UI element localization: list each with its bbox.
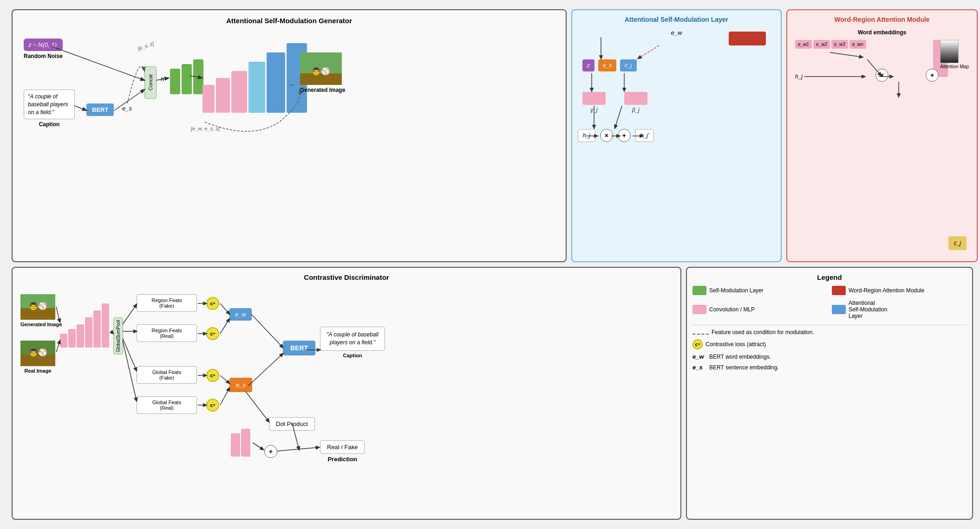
wra-title: Word-Region Attention Module xyxy=(793,16,971,23)
legend-dashed: Feature used as condition for modulation… xyxy=(693,329,967,335)
wra-multiply: × xyxy=(875,69,889,82)
ew-symbol: e_w xyxy=(693,353,706,360)
realfake-box: Real / Fake Prediction xyxy=(320,440,365,463)
legend-pink-box xyxy=(693,305,706,314)
legend-cp: c+ Contrastive loss (attract) xyxy=(693,339,967,349)
svg-line-30 xyxy=(220,303,229,314)
svg-line-32 xyxy=(220,375,229,383)
caption-input-box: "A couple of baseball players on a field… xyxy=(24,90,75,128)
concat-box: Concat xyxy=(144,66,157,99)
noise-box: z ~ N(0, 1) Random Noise xyxy=(24,39,63,59)
svg-line-0 xyxy=(52,46,144,80)
word-emb-title: Word embeddings xyxy=(858,29,906,36)
embedding-boxes: e_w1 e_w2 e_w3 e_wn xyxy=(795,40,866,49)
generated-image-label: Generated Image xyxy=(300,87,345,93)
asl-ew: e_w xyxy=(671,29,682,36)
disc-caption: "A couple of baseball players on a field… xyxy=(320,327,385,358)
asl-title: Attentional Self-Modulation Layer xyxy=(578,16,775,23)
dashed-line-icon xyxy=(693,334,709,335)
disc-gen-image: Generated Image xyxy=(20,294,62,327)
svg-line-6 xyxy=(638,45,659,58)
wra-cj: c_j xyxy=(948,236,967,250)
svg-line-34 xyxy=(251,314,283,348)
svg-line-39 xyxy=(253,443,263,450)
discriminator-panel: Contrastive Discriminator Generated Imag… xyxy=(12,267,681,520)
wra-panel: Word-Region Attention Module Word embedd… xyxy=(786,9,978,262)
disc-conv-bottom xyxy=(231,429,250,457)
cp-4: c+ xyxy=(206,399,219,412)
svg-line-22 xyxy=(123,304,137,324)
globalsum-box: GlobalSumPool xyxy=(113,317,123,355)
h-label: h xyxy=(161,76,164,83)
cp-3: c+ xyxy=(206,369,219,382)
bottom-row: Contrastive Discriminator Generated Imag… xyxy=(12,267,968,520)
generated-image-box: Generated Image xyxy=(300,52,345,93)
legend-blue-box xyxy=(832,305,846,314)
disc-es: e_s xyxy=(229,378,252,392)
cp-1: c+ xyxy=(206,297,219,310)
esz-label: [e_s; z] xyxy=(137,40,154,51)
asl-hj-row: h_j × + h_j' xyxy=(578,129,654,142)
arrow-to-img: → xyxy=(286,79,295,90)
svg-line-37 xyxy=(246,392,269,422)
asl-zescj-row: z e_s c_j xyxy=(582,59,637,71)
es-label-gen: e_s xyxy=(122,105,132,112)
disc-conv-blocks xyxy=(60,303,109,348)
legend-word-region: Word-Region Attention Module xyxy=(832,286,967,295)
svg-line-33 xyxy=(220,388,229,405)
wra-hj: h_j xyxy=(795,73,803,80)
disc-real-image: Real Image xyxy=(20,341,55,374)
multiply-op: × xyxy=(600,129,613,142)
global-feats-fake: Global Feats (Fake) xyxy=(137,366,197,384)
legend-ew: e_w BERT word embeddings. xyxy=(693,353,967,360)
region-feats-real: Region Feats (Real) xyxy=(137,324,197,342)
ewesz-label: [e_w; e_s; z] xyxy=(191,126,220,131)
dot-product-box: Dot Product xyxy=(269,417,315,431)
region-feats-fake: Region Feats (Fake) xyxy=(137,294,197,312)
main-container: Attentional Self-Modulation Generator z … xyxy=(12,9,968,520)
svg-line-24 xyxy=(123,338,137,371)
top-row: Attentional Self-Modulation Generator z … xyxy=(12,9,968,262)
asl-red-box xyxy=(729,32,766,45)
svg-line-1 xyxy=(75,106,86,110)
legend-att-self-mod: Attentional Self-Modulation Layer xyxy=(832,300,967,319)
legend-green-box xyxy=(693,286,706,295)
legend-title: Legend xyxy=(693,273,967,281)
disc-add-circle: + xyxy=(264,445,277,458)
global-feats-real: Global Feats (Real) xyxy=(137,396,197,414)
es-symbol: e_s xyxy=(693,364,706,371)
asl-gamma-beta: γ_j β_j xyxy=(582,92,647,113)
cp-icon: c+ xyxy=(693,339,703,349)
legend-es: e_s BERT sentence embedding. xyxy=(693,364,967,371)
legend-red-box xyxy=(832,286,846,295)
attention-map: Attention Map xyxy=(940,40,969,69)
add-op: + xyxy=(618,129,631,142)
disc-ew: e_w xyxy=(229,308,252,321)
caption-label: Caption xyxy=(24,121,75,128)
generator-panel: Attentional Self-Modulation Generator z … xyxy=(12,9,567,262)
noise-label: z ~ N(0, 1) xyxy=(24,39,63,51)
cp-2: c+ xyxy=(206,327,219,340)
svg-line-40 xyxy=(277,447,319,451)
bert-box: BERT xyxy=(86,103,114,116)
svg-line-14 xyxy=(830,52,862,57)
disc-bert: BERT xyxy=(283,341,315,355)
svg-line-31 xyxy=(220,319,229,334)
legend-self-mod: Self-Modulation Layer xyxy=(693,286,827,295)
asl-panel: Attentional Self-Modulation Layer e_w z … xyxy=(571,9,782,262)
caption-text: "A couple of baseball players on a field… xyxy=(24,90,75,119)
svg-line-25 xyxy=(123,341,137,401)
svg-line-20 xyxy=(56,341,60,352)
bert-label: BERT xyxy=(86,103,114,116)
legend-panel: Legend Self-Modulation Layer Word-Region… xyxy=(686,267,973,520)
wra-add: + xyxy=(926,69,939,82)
generator-blocks xyxy=(203,43,307,113)
random-noise-label: Random Noise xyxy=(24,53,63,59)
legend-conv-mlp: Convolution / MLP xyxy=(693,300,827,319)
concat-label: Concat xyxy=(144,66,157,99)
generator-title: Attentional Self-Modulation Generator xyxy=(19,17,559,25)
svg-line-35 xyxy=(248,354,283,386)
disc-title: Contrastive Discriminator xyxy=(18,273,675,281)
green-blocks xyxy=(170,59,203,94)
